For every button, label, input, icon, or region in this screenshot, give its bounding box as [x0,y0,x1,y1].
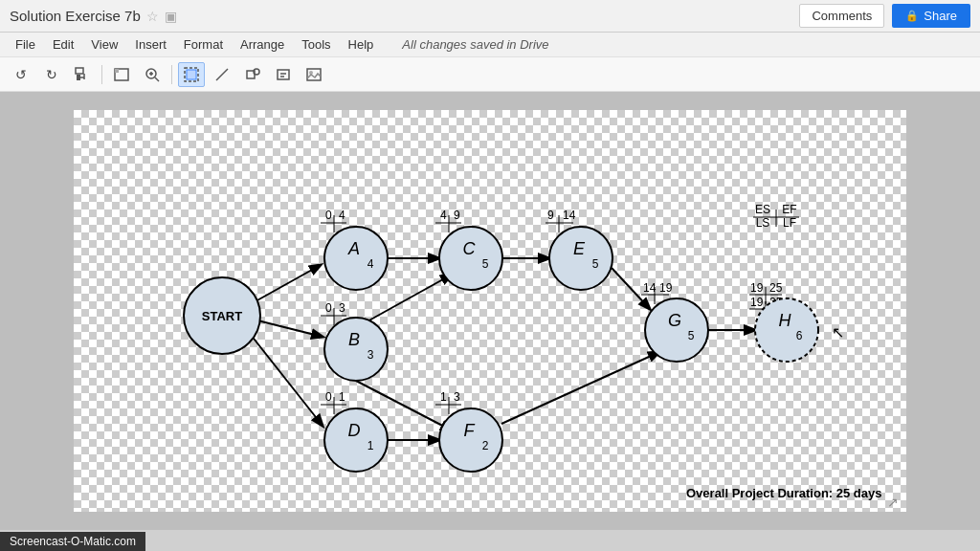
svg-text:LS: LS [756,216,770,230]
svg-line-28 [251,335,323,426]
svg-text:4: 4 [440,209,447,222]
svg-rect-11 [187,70,196,79]
svg-text:5: 5 [482,257,489,271]
svg-text:1: 1 [339,390,345,404]
select-button[interactable] [178,62,205,87]
svg-text:0: 0 [325,209,332,222]
svg-text:5: 5 [592,257,599,271]
svg-text:3: 3 [454,390,460,404]
svg-text:↖: ↖ [832,324,844,341]
svg-point-84 [324,408,388,472]
diagram-svg: ES EF LS LF [74,110,906,512]
svg-line-34 [501,352,659,424]
toolbar: ↺ ↻ [0,57,980,92]
svg-line-26 [256,265,321,301]
watermark: Screencast-O-Matic.com [0,532,145,551]
title-bar: Solution Exercise 7b ☆ ▣ Comments 🔒 Shar… [0,0,980,33]
text-button[interactable] [270,62,297,87]
menu-tools[interactable]: Tools [294,35,338,54]
saved-status: All changes saved in Drive [402,37,548,52]
svg-text:↗: ↗ [887,495,899,510]
svg-point-81 [439,227,502,290]
svg-text:START: START [202,309,242,323]
svg-text:0: 0 [325,301,332,315]
menu-bar: File Edit View Insert Format Arrange Too… [0,33,980,57]
svg-text:A: A [347,239,360,258]
star-icon[interactable]: ☆ [146,9,159,24]
drawing-canvas[interactable]: ES EF LS LF [74,110,906,512]
svg-point-90 [439,408,502,472]
svg-point-87 [549,227,612,290]
menu-edit[interactable]: Edit [45,35,81,54]
svg-rect-1 [77,75,80,80]
undo-button[interactable]: ↺ [8,62,34,87]
lock-icon: 🔒 [905,10,919,22]
title-left: Solution Exercise 7b ☆ ▣ [10,8,177,24]
svg-text:2: 2 [482,439,489,452]
toolbar-separator-1 [101,65,102,84]
svg-text:19: 19 [659,281,673,295]
svg-text:D: D [348,421,361,440]
svg-text:0: 0 [325,390,332,404]
svg-text:9: 9 [454,209,460,222]
svg-text:6: 6 [796,329,803,342]
paint-format-button[interactable] [69,62,96,87]
svg-rect-0 [76,68,83,74]
svg-text:1: 1 [368,439,374,452]
svg-point-78 [324,318,388,381]
title-right: Comments 🔒 Share [799,4,970,28]
document-title: Solution Exercise 7b [10,8,141,24]
svg-text:3: 3 [368,348,374,362]
svg-line-27 [257,320,323,337]
share-label: Share [924,9,957,23]
menu-view[interactable]: View [83,35,125,54]
svg-text:14: 14 [643,281,657,295]
line-button[interactable] [209,62,235,87]
redo-button[interactable]: ↻ [38,62,65,87]
svg-text:19: 19 [750,296,764,309]
insert-image-button[interactable] [301,62,327,87]
svg-text:E: E [573,239,586,258]
menu-format[interactable]: Format [176,35,231,54]
share-button[interactable]: 🔒 Share [892,4,970,28]
svg-point-96 [755,298,818,362]
menu-arrange[interactable]: Arrange [233,35,292,54]
svg-text:B: B [348,330,360,349]
shape-button[interactable] [239,62,266,87]
svg-text:14: 14 [563,209,576,222]
svg-text:3: 3 [339,301,345,315]
svg-text:9: 9 [547,209,554,222]
image-button[interactable] [108,62,135,87]
svg-point-75 [324,227,388,290]
svg-text:ES: ES [755,203,770,216]
canvas-area[interactable]: ES EF LS LF [0,92,980,530]
folder-icon[interactable]: ▣ [165,9,177,24]
svg-text:EF: EF [782,203,796,216]
svg-rect-5 [115,69,119,73]
svg-text:G: G [668,311,681,330]
menu-file[interactable]: File [8,35,43,54]
svg-text:4: 4 [368,257,374,271]
zoom-button[interactable] [139,62,166,87]
svg-text:Overall Project Duration: 25 d: Overall Project Duration: 25 days [686,486,881,500]
svg-text:5: 5 [688,329,695,342]
svg-line-7 [155,77,159,81]
svg-text:F: F [464,421,476,440]
svg-text:LF: LF [783,216,796,230]
menu-help[interactable]: Help [341,35,382,54]
svg-line-12 [216,69,228,80]
svg-text:1: 1 [440,390,447,404]
toolbar-separator-2 [171,65,172,84]
svg-point-93 [645,298,708,362]
svg-text:25: 25 [769,281,783,295]
svg-text:H: H [779,311,792,330]
svg-rect-15 [278,70,289,79]
menu-insert[interactable]: Insert [127,35,174,54]
svg-text:C: C [463,239,477,258]
svg-text:19: 19 [750,281,764,295]
comments-button[interactable]: Comments [799,4,884,28]
svg-text:4: 4 [339,209,345,222]
